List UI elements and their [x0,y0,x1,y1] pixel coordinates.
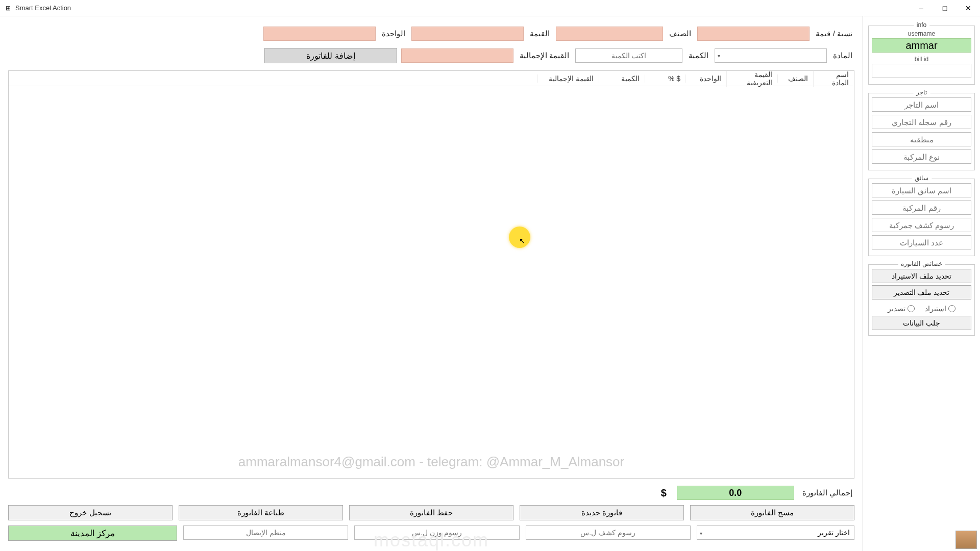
vehicle-number-input[interactable] [872,201,971,215]
unit-input[interactable] [263,27,376,41]
customs-fees-side-input[interactable] [872,218,971,232]
material-label: المادة [831,51,854,60]
import-radio[interactable] [948,305,955,312]
col-material-name: اسم المادة [813,70,854,87]
value-label: القيمة [528,29,552,38]
logout-button[interactable]: تسجيل خروج [8,505,173,520]
weight-fees-input[interactable] [354,525,519,540]
window-title: Smart Excel Action [15,4,71,12]
invoice-total-value [677,486,794,500]
info-fieldset: info username bill id [868,26,975,85]
contact-watermark: ammaralmansor4@gmail.com - telegram: @Am… [9,454,854,470]
export-file-button[interactable]: تحديد ملف التصدير [872,285,971,299]
material-select[interactable] [715,48,827,63]
col-total-value: القيمة الإجمالية [537,74,599,83]
avatar [955,531,977,549]
driver-legend: سائق [912,174,932,182]
value-input[interactable] [411,27,524,41]
bill-id-input[interactable] [872,64,971,78]
unit-label: الواحدة [380,29,407,38]
currency-label: $ [657,487,671,499]
username-field [872,38,971,53]
app-icon: ⊞ [4,4,12,12]
col-dollar-pct: $ % [645,74,685,83]
class-input[interactable] [556,27,663,41]
new-invoice-button[interactable]: فاتورة جديدة [520,505,684,520]
col-unit: الواحدة [685,74,726,83]
invoice-table: اسم المادة الصنف القيمة التعريفية الواحد… [8,70,854,479]
import-radio-label[interactable]: استيراد [925,305,955,313]
fetch-data-button[interactable]: جلب البيانات [872,316,971,330]
city-center-button[interactable]: مركز المدينة [8,525,177,541]
cursor-icon: ↖ [519,237,525,245]
vehicle-type-input[interactable] [872,149,971,164]
close-button[interactable]: ✕ [957,0,980,16]
invoice-total-label: إجمالي الفاتورة [800,488,854,497]
total-value-label: القيمة الإجمالية [518,51,571,60]
username-label: username [872,30,971,37]
car-count-input[interactable] [872,235,971,249]
minimize-button[interactable]: – [910,0,933,16]
import-file-button[interactable]: تحديد ملف الاستيراد [872,269,971,283]
save-invoice-button[interactable]: حفظ الفاتورة [349,505,513,520]
col-class: الصنف [777,74,813,83]
invoice-props-legend: خصائص الفاتورة [898,260,945,267]
merchant-region-input[interactable] [872,132,971,146]
total-value-input[interactable] [401,48,513,63]
col-quantity: الكمية [599,74,645,83]
choose-report-select[interactable]: اختار تقرير [697,525,854,540]
receipt-organizer-input[interactable] [183,525,348,540]
driver-fieldset: سائق [868,179,975,256]
quantity-input[interactable] [575,48,682,63]
merchant-name-input[interactable] [872,97,971,112]
col-tariff-value: القيمة التعريفية [726,70,777,87]
print-invoice-button[interactable]: طباعة الفاتورة [179,505,343,520]
invoice-props-fieldset: خصائص الفاتورة تحديد ملف الاستيراد تحديد… [868,264,975,336]
merchant-fieldset: تاجر [868,93,975,170]
info-legend: info [914,21,929,29]
ratio-value-label: نسبة / قيمة [814,29,854,38]
bill-id-label: bill id [872,56,971,63]
export-radio[interactable] [908,305,915,312]
quantity-label: الكمية [687,51,710,60]
add-to-invoice-button[interactable]: إضافة للفاتورة [264,48,397,63]
class-label: الصنف [667,29,693,38]
driver-name-input[interactable] [872,183,971,197]
ratio-value-input[interactable] [697,27,810,41]
merchant-reg-input[interactable] [872,115,971,129]
customs-fees-input[interactable] [526,525,691,540]
maximize-button[interactable]: □ [933,0,957,16]
window-titlebar: ⊞ Smart Excel Action – □ ✕ [0,0,980,16]
clear-invoice-button[interactable]: مسح الفاتورة [690,505,854,520]
export-radio-label[interactable]: تصدير [888,305,915,313]
merchant-legend: تاجر [913,89,930,96]
